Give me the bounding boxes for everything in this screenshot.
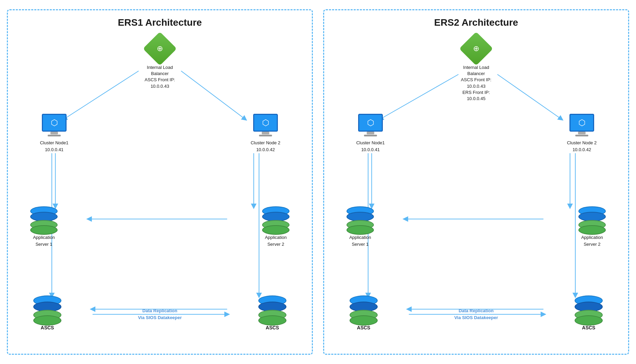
ers2-node1-label: Cluster Node1 10.0.0.41 xyxy=(356,139,385,153)
ers2-node2-icon: ⬡ xyxy=(568,114,596,138)
ers2-title: ERS2 Architecture xyxy=(334,17,618,28)
ers1-data-rep-label: Data ReplicationVia SIOS Datakeeper xyxy=(136,307,184,321)
ers1-app-server1: ApplicationServer 1 xyxy=(22,206,66,247)
ers2-cluster-node1: ⬡ Cluster Node1 10.0.0.41 xyxy=(348,114,393,153)
ers2-app-server1: ApplicationServer 1 xyxy=(338,206,382,247)
ers1-title: ERS1 Architecture xyxy=(18,17,302,28)
ers2-lb: ⊕ Internal LoadBalancerASCS Front IP:10.… xyxy=(449,35,504,102)
ers1-cluster-node1: ⬡ Cluster Node1 10.0.0.41 xyxy=(32,114,76,153)
ers1-box: ERS1 Architecture xyxy=(7,9,313,355)
ers1-app1-icon xyxy=(28,206,59,232)
ers2-app-server2: ApplicationServer 2 xyxy=(570,206,614,247)
svg-line-13 xyxy=(181,71,245,119)
ers2-node2-label: Cluster Node 2 10.0.0.42 xyxy=(567,139,597,153)
ers2-ascs2: ASCS xyxy=(566,295,611,330)
ers2-ascs1-label: ASCS xyxy=(357,325,370,330)
ers2-app2-label: ApplicationServer 2 xyxy=(581,234,603,247)
ers1-app1-label: ApplicationServer 1 xyxy=(33,234,55,247)
ers1-ascs1-icon xyxy=(32,295,63,323)
ers2-diagram: ⊕ Internal LoadBalancerASCS Front IP:10.… xyxy=(334,35,618,343)
ers1-ascs1: ASCS xyxy=(25,295,70,330)
ers2-lb-icon: ⊕ xyxy=(462,35,490,62)
ers1-ascs2: ASCS xyxy=(250,295,295,330)
ers1-app2-label: ApplicationServer 2 xyxy=(265,234,287,247)
ers2-app2-icon xyxy=(577,206,608,232)
ers2-lb-label: Internal LoadBalancerASCS Front IP:10.0.… xyxy=(461,64,492,102)
ers2-box: ERS2 Architecture xyxy=(323,9,629,355)
ers2-ascs2-icon xyxy=(573,295,604,323)
svg-line-12 xyxy=(64,71,139,119)
ers1-node1-icon: ⬡ xyxy=(40,114,68,138)
ers1-node1-label: Cluster Node1 10.0.0.41 xyxy=(40,139,68,153)
ers1-diagram: ⊕ Internal LoadBalancerASCS Front IP:10.… xyxy=(18,35,302,343)
ers1-ascs1-label: ASCS xyxy=(41,325,54,330)
page-wrapper: ERS1 Architecture xyxy=(7,9,629,355)
ers2-data-rep-label: Data ReplicationVia SIOS Datakeeper xyxy=(452,307,500,321)
ers1-app-server2: ApplicationServer 2 xyxy=(254,206,298,247)
ers2-ascs1: ASCS xyxy=(341,295,386,330)
ers1-ascs2-label: ASCS xyxy=(266,325,279,330)
ers1-node2-icon: ⬡ xyxy=(252,114,279,138)
ers2-app1-icon xyxy=(345,206,376,232)
ers2-node1-icon: ⬡ xyxy=(357,114,384,138)
ers1-node2-label: Cluster Node 2 10.0.0.42 xyxy=(251,139,281,153)
ers1-app2-icon xyxy=(260,206,291,232)
ers1-lb: ⊕ Internal LoadBalancerASCS Front IP:10.… xyxy=(132,35,187,89)
ers2-cluster-node2: ⬡ Cluster Node 2 10.0.0.42 xyxy=(560,114,604,153)
ers2-ascs1-icon xyxy=(348,295,379,323)
ers2-ascs2-label: ASCS xyxy=(582,325,596,330)
ers1-lb-icon: ⊕ xyxy=(146,35,174,62)
ers2-app1-label: ApplicationServer 1 xyxy=(349,234,371,247)
svg-line-30 xyxy=(380,74,458,119)
ers1-lb-label: Internal LoadBalancerASCS Front IP:10.0.… xyxy=(145,64,175,89)
ers1-ascs2-icon xyxy=(257,295,288,323)
ers1-cluster-node2: ⬡ Cluster Node 2 10.0.0.42 xyxy=(243,114,288,153)
svg-line-31 xyxy=(497,74,561,119)
